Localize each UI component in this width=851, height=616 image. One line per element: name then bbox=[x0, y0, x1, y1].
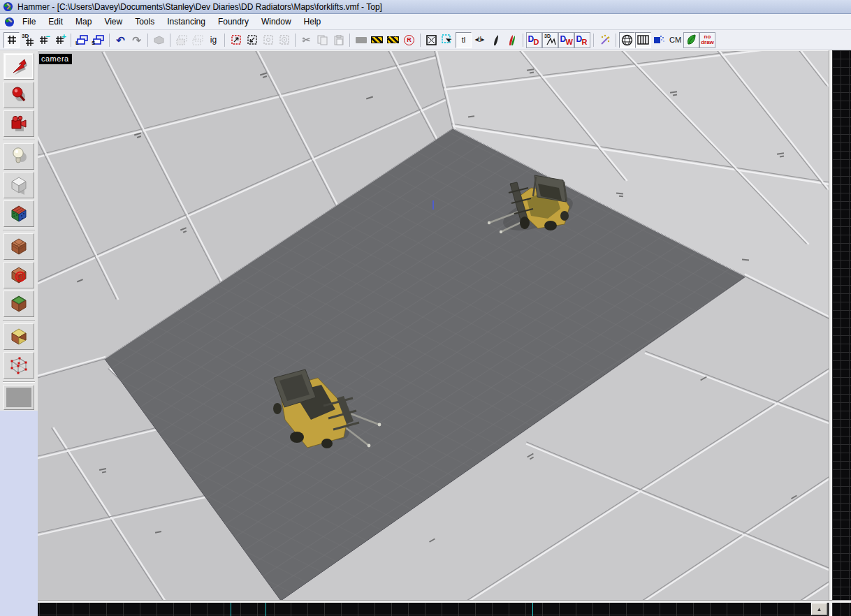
cordon-texture-icon bbox=[356, 37, 367, 43]
texture-application-tool-button[interactable] bbox=[3, 200, 34, 227]
show-hidden-button[interactable] bbox=[260, 32, 276, 48]
selection-box-icon bbox=[426, 34, 437, 46]
toggle-3d-sky-button[interactable] bbox=[619, 32, 635, 48]
menu-map[interactable]: Map bbox=[69, 15, 98, 29]
wedge-icon bbox=[493, 34, 500, 46]
displacement-mask-button[interactable] bbox=[488, 32, 504, 48]
cordon-texture-button[interactable] bbox=[353, 32, 369, 48]
camera-tool-button[interactable] bbox=[3, 110, 34, 137]
dr-icon: DR bbox=[576, 34, 589, 45]
edit-cordon-button[interactable] bbox=[385, 32, 401, 48]
ungroup-button[interactable] bbox=[189, 32, 205, 48]
dd-icon: DD bbox=[528, 34, 541, 45]
menu-tools[interactable]: Tools bbox=[129, 15, 161, 29]
undo-icon: ↶ bbox=[116, 35, 125, 45]
menu-help[interactable]: Help bbox=[298, 15, 328, 29]
redo-icon: ↷ bbox=[132, 35, 141, 45]
smaller-grid-button[interactable]: − bbox=[36, 32, 52, 48]
hide-unselected-button[interactable] bbox=[244, 32, 260, 48]
paste-button[interactable] bbox=[330, 32, 347, 48]
nodraw-button[interactable]: no draw bbox=[699, 32, 715, 48]
menu-foundry[interactable]: Foundry bbox=[212, 15, 255, 29]
menu-file[interactable]: File bbox=[16, 15, 42, 29]
fade-preview-button[interactable] bbox=[651, 32, 667, 48]
carve-button[interactable] bbox=[151, 32, 167, 48]
toggle-3d-grid-button[interactable]: 3D bbox=[20, 32, 36, 48]
toggle-fence-textures-button[interactable] bbox=[635, 32, 651, 48]
show-hidden-all-button[interactable] bbox=[276, 32, 292, 48]
cordon-edit-icon bbox=[387, 36, 399, 43]
foliage-button[interactable] bbox=[683, 32, 699, 48]
show-hidden-icon bbox=[263, 34, 274, 45]
displacement-alpha-button[interactable] bbox=[504, 32, 520, 48]
toolbar-separator bbox=[292, 32, 298, 48]
apply-decals-button[interactable] bbox=[3, 262, 34, 288]
grid-icon bbox=[26, 38, 34, 46]
larger-grid-button[interactable]: + bbox=[52, 32, 68, 48]
sprinkle-tool-button[interactable] bbox=[597, 32, 613, 48]
toolbar-separator bbox=[590, 32, 597, 48]
camera-viewport[interactable]: camera bbox=[38, 50, 829, 600]
menu-view[interactable]: View bbox=[98, 15, 129, 29]
clip-cube-icon bbox=[9, 327, 29, 346]
apply-current-texture-button[interactable] bbox=[3, 233, 34, 260]
copy-button[interactable] bbox=[314, 32, 330, 48]
camera-viewport-canvas[interactable] bbox=[38, 51, 829, 600]
toggle-cordon-button[interactable] bbox=[369, 32, 385, 48]
right-2d-viewport[interactable] bbox=[832, 50, 851, 600]
cubemaps-button[interactable]: CM bbox=[667, 32, 683, 48]
clipping-tool-button[interactable] bbox=[3, 323, 34, 350]
hide-selected-button[interactable] bbox=[228, 32, 244, 48]
arrow-right-icon: ▸ bbox=[481, 37, 484, 43]
bottom-2d-viewport[interactable] bbox=[38, 603, 829, 616]
carve-icon bbox=[154, 36, 164, 45]
vertex-cube-icon bbox=[9, 355, 29, 375]
group-icon bbox=[176, 35, 187, 45]
selection-tool-button[interactable] bbox=[3, 53, 34, 80]
redo-button[interactable]: ↷ bbox=[129, 32, 145, 48]
grid-icon bbox=[7, 35, 17, 45]
radius-culling-button[interactable]: R bbox=[401, 32, 417, 48]
magnify-icon bbox=[10, 86, 28, 104]
copy-icon bbox=[317, 35, 328, 45]
texture-scale-lock-button[interactable]: ◂ tl ▸ bbox=[472, 32, 488, 48]
toolbar-separator bbox=[167, 32, 173, 48]
auto-selection-button[interactable] bbox=[439, 32, 456, 48]
viewport-type-label[interactable]: camera bbox=[39, 54, 72, 64]
toolbar-separator bbox=[613, 32, 619, 48]
toggle-dd-button[interactable]: DD bbox=[526, 32, 542, 48]
paste-icon bbox=[334, 35, 344, 45]
menu-window[interactable]: Window bbox=[255, 15, 298, 29]
toggle-grid-button[interactable] bbox=[3, 32, 20, 48]
toggle-3d-props-button[interactable]: 3D bbox=[542, 32, 558, 48]
overlay-cube-icon bbox=[9, 294, 29, 314]
texture-swatch[interactable] bbox=[3, 385, 34, 410]
cut-button[interactable]: ✂ bbox=[298, 32, 314, 48]
toolbar-separator bbox=[347, 32, 353, 48]
bottom-viewport-scroll-up-button[interactable]: ▲ bbox=[811, 603, 827, 615]
brush-edge-line bbox=[532, 603, 533, 616]
texture-lock-button[interactable]: tl bbox=[456, 32, 472, 48]
dw-icon: DW bbox=[560, 34, 573, 45]
block-cube-icon bbox=[9, 175, 29, 195]
vertex-tool-button[interactable] bbox=[3, 352, 34, 379]
brick-cube-icon bbox=[9, 237, 29, 256]
title-bar[interactable]: Hammer - [C:\Users\Davey\Documents\Stanl… bbox=[0, 0, 851, 14]
show-hidden-all-icon bbox=[279, 34, 290, 45]
hide-unselected-icon bbox=[247, 34, 258, 45]
entity-tool-button[interactable] bbox=[3, 143, 34, 170]
apply-overlays-button[interactable] bbox=[3, 291, 34, 317]
magnify-tool-button[interactable] bbox=[3, 82, 34, 108]
menu-instancing[interactable]: Instancing bbox=[161, 15, 212, 29]
toggle-dw-button[interactable]: DW bbox=[558, 32, 574, 48]
select-touching-button[interactable] bbox=[423, 32, 439, 48]
menu-edit[interactable]: Edit bbox=[42, 15, 69, 29]
load-window-state-button[interactable]: L bbox=[74, 32, 90, 48]
ignore-groups-button[interactable]: ig bbox=[205, 32, 221, 48]
undo-button[interactable]: ↶ bbox=[112, 32, 129, 48]
save-window-state-button[interactable]: S bbox=[90, 32, 106, 48]
toggle-dr-button[interactable]: DR bbox=[574, 32, 590, 48]
group-button[interactable] bbox=[173, 32, 189, 48]
corner-2d-viewport[interactable] bbox=[832, 603, 851, 616]
block-tool-button[interactable] bbox=[3, 172, 34, 198]
